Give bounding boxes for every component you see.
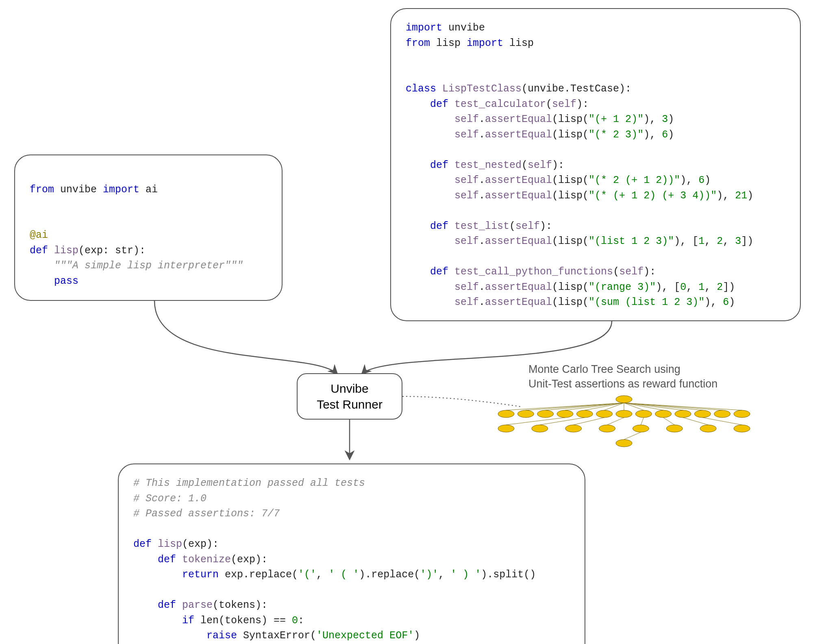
- svg-line-13: [506, 418, 565, 425]
- svg-point-38: [565, 425, 582, 432]
- output-code: # This implementation passed all tests #…: [133, 476, 570, 644]
- svg-point-26: [557, 410, 573, 418]
- diagram-canvas: from unvibe import ai @ai def lisp(exp: …: [0, 0, 813, 644]
- svg-line-0: [506, 403, 624, 410]
- svg-line-16: [607, 418, 624, 425]
- svg-point-23: [498, 410, 514, 418]
- svg-point-33: [694, 410, 711, 418]
- svg-point-28: [596, 410, 613, 418]
- svg-line-20: [702, 418, 742, 425]
- code-box-stub: from unvibe import ai @ai def lisp(exp: …: [14, 154, 283, 301]
- runner-line1: Unvibe: [317, 381, 383, 396]
- code-box-tests: import unvibe from lisp import lisp clas…: [390, 8, 801, 321]
- mcts-tree-graphic: [498, 395, 750, 458]
- svg-point-32: [675, 410, 691, 418]
- svg-line-18: [663, 418, 675, 425]
- svg-point-44: [616, 439, 632, 447]
- svg-point-29: [616, 410, 632, 418]
- svg-point-24: [517, 410, 534, 418]
- svg-point-43: [734, 425, 750, 432]
- svg-point-25: [537, 410, 554, 418]
- svg-line-19: [683, 418, 708, 425]
- svg-point-34: [714, 410, 730, 418]
- svg-point-30: [635, 410, 652, 418]
- svg-line-12: [624, 403, 742, 410]
- svg-line-21: [624, 432, 641, 439]
- svg-point-35: [734, 410, 750, 418]
- code-box-output: # This implementation passed all tests #…: [118, 463, 585, 644]
- caption-line2: Unit-Test assertions as reward function: [528, 376, 717, 391]
- svg-point-22: [616, 396, 632, 403]
- svg-point-37: [532, 425, 548, 432]
- stub-code: from unvibe import ai @ai def lisp(exp: …: [30, 167, 267, 304]
- tests-code: import unvibe from lisp import lisp clas…: [406, 20, 785, 310]
- svg-point-36: [498, 425, 514, 432]
- svg-point-39: [599, 425, 615, 432]
- svg-point-31: [655, 410, 672, 418]
- runner-box: Unvibe Test Runner: [297, 373, 402, 420]
- svg-line-17: [641, 418, 643, 425]
- caption-line1: Monte Carlo Tree Search using: [528, 362, 717, 376]
- runner-line2: Test Runner: [317, 396, 383, 412]
- svg-point-27: [576, 410, 593, 418]
- mcts-caption: Monte Carlo Tree Search using Unit-Test …: [528, 362, 717, 392]
- svg-point-41: [666, 425, 683, 432]
- svg-line-2: [546, 403, 624, 410]
- svg-point-42: [700, 425, 716, 432]
- svg-point-40: [633, 425, 649, 432]
- svg-line-10: [624, 403, 702, 410]
